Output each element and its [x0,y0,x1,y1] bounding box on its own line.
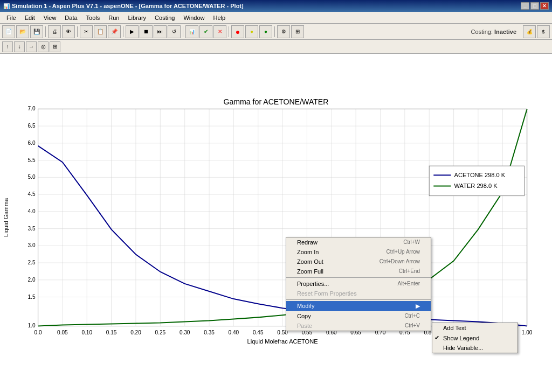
menu-file[interactable]: File [2,13,20,22]
svg-text:0.45: 0.45 [253,330,264,335]
preview-btn[interactable]: 👁 [62,25,75,38]
svg-text:6.0: 6.0 [28,140,36,146]
modify-arrow: ▶ [416,303,420,310]
svg-text:0.30: 0.30 [180,330,190,335]
submenu-hide-variable[interactable]: Hide Variable... [432,343,518,353]
sep1 [45,26,46,37]
yellow-circle[interactable]: ● [245,25,258,38]
paste-btn[interactable]: 📌 [108,25,121,38]
red-circle[interactable]: ● [231,25,244,38]
save-btn[interactable]: 💾 [30,25,43,38]
svg-text:0.10: 0.10 [81,330,92,335]
costing-status: Inactive [494,29,516,35]
menu-zoom-in[interactable]: Zoom In Ctrl+Up Arrow [286,247,431,257]
zoom-out-label: Zoom Out [297,258,323,265]
open-btn[interactable]: 📂 [16,25,29,38]
small-btn4[interactable]: ◎ [38,41,49,52]
properties-label: Properties... [297,281,329,287]
step-btn[interactable]: ⏭ [154,25,167,38]
menu-bar: File Edit View Data Tools Run Library Co… [0,12,552,24]
menu-help[interactable]: Help [209,13,230,22]
costing-btn2[interactable]: $ [537,25,550,38]
menu-properties[interactable]: Properties... Alt+Enter [286,279,431,289]
settings-btn[interactable]: ⚙ [277,25,290,38]
run-btn[interactable]: ▶ [126,25,139,38]
zoom-in-shortcut: Ctrl+Up Arrow [386,249,420,255]
small-btn1[interactable]: ↑ [2,41,13,52]
small-btn3[interactable]: → [26,41,37,52]
context-menu: Redraw Ctrl+W Zoom In Ctrl+Up Arrow Zoom… [286,237,431,331]
sep6 [274,26,275,37]
svg-text:Liquid Molefrac ACETONE: Liquid Molefrac ACETONE [247,338,318,345]
grid-btn[interactable]: ⊞ [291,25,304,38]
menu-library[interactable]: Library [123,13,150,22]
svg-text:0.20: 0.20 [130,330,141,335]
menu-reset-form: Reset Form Properties [286,289,431,298]
plot-wrapper: Gamma for ACETONE/WATER [0,54,552,392]
menu-zoom-full[interactable]: Zoom Full Ctrl+End [286,267,431,276]
add-text-label: Add Text [443,325,466,331]
menu-redraw[interactable]: Redraw Ctrl+W [286,237,431,247]
menu-tools[interactable]: Tools [82,13,105,22]
svg-rect-70 [429,166,524,195]
menu-data[interactable]: Data [60,13,81,22]
small-btn5[interactable]: ⊞ [50,41,60,52]
svg-text:0.15: 0.15 [106,330,117,335]
copy-label: Copy [297,313,311,319]
error-btn[interactable]: ✕ [213,25,226,38]
zoom-full-label: Zoom Full [297,268,323,275]
svg-text:2.5: 2.5 [28,260,36,265]
sep4 [183,26,183,37]
svg-text:1.0: 1.0 [28,323,36,328]
main-content: Gamma for ACETONE/WATER [0,54,552,392]
svg-text:WATER  298.0 K: WATER 298.0 K [454,183,498,189]
sep2 [77,26,78,37]
copy-btn[interactable]: 📋 [94,25,107,38]
small-toolbar: ↑ ↓ → ◎ ⊞ [0,40,552,54]
svg-text:1.00: 1.00 [522,330,533,335]
print-btn[interactable]: 🖨 [48,25,61,38]
main-toolbar: 📄 📂 💾 🖨 👁 ✂ 📋 📌 ▶ ⏹ ⏭ ↺ 📊 ✔ ✕ ● ● ● ⚙ ⊞ … [0,24,552,40]
svg-text:0.40: 0.40 [229,330,239,335]
costing-btn1[interactable]: 💰 [523,25,536,38]
reset-btn[interactable]: ↺ [168,25,181,38]
green-circle[interactable]: ● [259,25,272,38]
menu-window[interactable]: Window [179,13,209,22]
zoom-full-shortcut: Ctrl+End [399,268,420,275]
menu-paste: Paste Ctrl+V [286,321,431,331]
results-btn[interactable]: 📊 [185,25,198,38]
svg-text:1.5: 1.5 [28,294,36,300]
menu-run[interactable]: Run [104,13,123,22]
properties-shortcut: Alt+Enter [398,281,420,287]
new-btn[interactable]: 📄 [2,25,15,38]
close-button[interactable]: ✕ [540,2,549,10]
menu-edit[interactable]: Edit [20,13,39,22]
redraw-label: Redraw [297,239,318,246]
svg-text:6.5: 6.5 [28,123,36,129]
costing-label: Costing: Inactive [471,29,522,35]
zoom-out-shortcut: Ctrl+Down Arrow [380,258,420,265]
show-legend-label: Show Legend [443,335,479,341]
cut-btn[interactable]: ✂ [80,25,93,38]
svg-text:3.5: 3.5 [28,226,36,232]
submenu-show-legend[interactable]: ✔ Show Legend [432,333,518,343]
svg-text:4.5: 4.5 [28,191,36,197]
copy-shortcut: Ctrl+C [404,313,420,319]
minimize-button[interactable]: _ [521,2,529,10]
stop-btn[interactable]: ⏹ [140,25,153,38]
small-btn2[interactable]: ↓ [14,41,25,52]
show-legend-check: ✔ [434,334,443,341]
menu-modify[interactable]: Modify ▶ [286,301,431,311]
svg-text:3.0: 3.0 [28,242,36,248]
check-btn[interactable]: ✔ [199,25,212,38]
svg-text:4.0: 4.0 [28,208,36,214]
title-text: Simulation 1 - Aspen Plus V7.1 - aspenON… [12,3,244,9]
sep-ctx1 [286,277,431,278]
svg-text:0.35: 0.35 [204,330,215,335]
menu-zoom-out[interactable]: Zoom Out Ctrl+Down Arrow [286,257,431,267]
menu-copy[interactable]: Copy Ctrl+C [286,311,431,321]
submenu-add-text[interactable]: Add Text [432,323,518,333]
maximize-button[interactable]: □ [530,2,539,10]
menu-costing[interactable]: Costing [150,13,179,22]
menu-view[interactable]: View [39,13,61,22]
